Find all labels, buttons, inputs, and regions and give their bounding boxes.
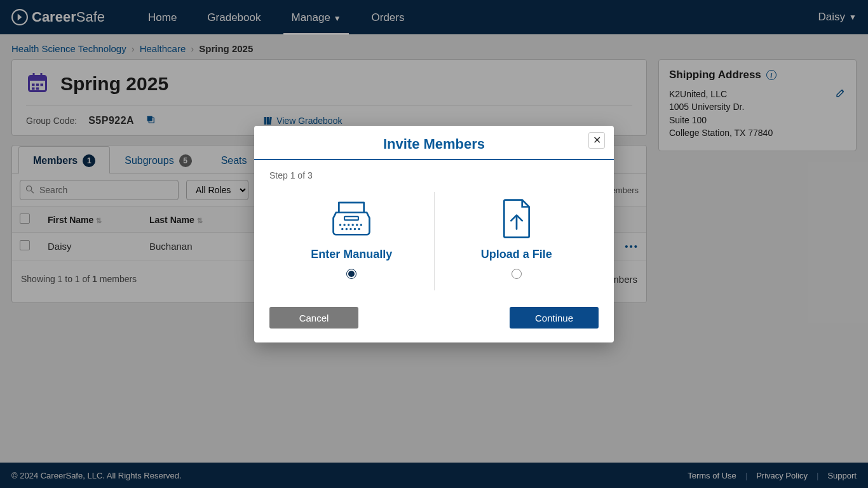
file-upload-icon (494, 196, 539, 240)
svg-point-23 (360, 224, 363, 226)
svg-rect-17 (344, 217, 358, 220)
radio-upload[interactable] (512, 269, 522, 279)
svg-point-18 (339, 224, 342, 226)
modal-title: Invite Members (262, 136, 606, 152)
option-upload-file[interactable]: Upload a File (435, 192, 599, 290)
close-button[interactable]: ✕ (588, 132, 605, 149)
cancel-button[interactable]: Cancel (269, 307, 358, 329)
typewriter-icon (329, 196, 374, 240)
svg-point-28 (358, 228, 361, 231)
invite-members-modal: Invite Members ✕ Step 1 of 3 Enter Manua… (254, 126, 614, 342)
svg-point-24 (341, 228, 344, 231)
continue-button[interactable]: Continue (510, 307, 599, 329)
modal-overlay[interactable]: Invite Members ✕ Step 1 of 3 Enter Manua… (0, 0, 868, 488)
svg-point-27 (354, 228, 356, 231)
option-label: Enter Manually (311, 248, 392, 261)
svg-point-20 (348, 224, 350, 226)
svg-point-19 (344, 224, 346, 226)
option-label: Upload a File (481, 248, 552, 261)
svg-point-26 (349, 228, 352, 231)
modal-step: Step 1 of 3 (269, 170, 599, 180)
svg-point-25 (346, 228, 348, 231)
option-enter-manually[interactable]: Enter Manually (269, 192, 435, 290)
svg-point-22 (356, 224, 358, 226)
radio-manual[interactable] (346, 269, 356, 279)
svg-point-21 (352, 224, 355, 226)
